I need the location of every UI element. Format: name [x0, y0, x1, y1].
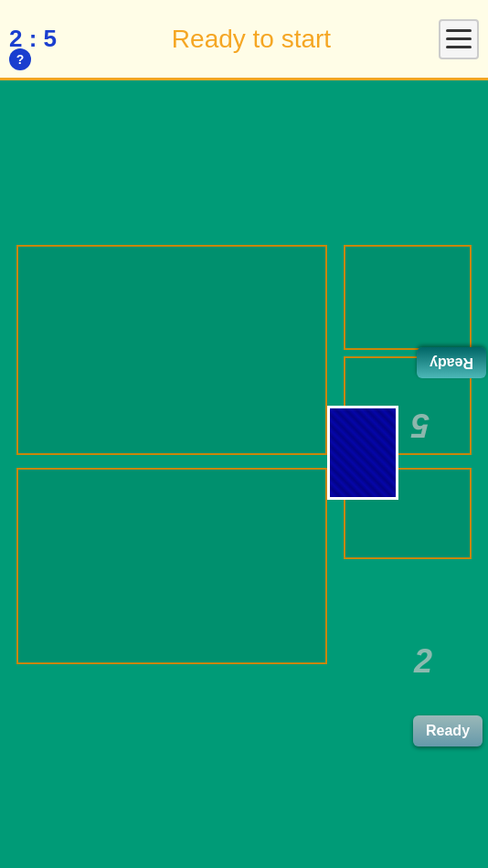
cell-bottom-left: [16, 468, 327, 664]
game-area: 5 2 Ready Ready: [0, 80, 488, 868]
cell-top-left: [16, 245, 327, 455]
cell-top-right-upper: [344, 245, 472, 350]
title-container: Ready to start: [64, 25, 439, 54]
grid-container: [16, 245, 472, 683]
menu-icon-line1: [446, 29, 472, 32]
menu-button[interactable]: [439, 19, 479, 59]
ready-button-top[interactable]: Ready: [417, 347, 486, 378]
number-bottom: 2: [414, 642, 432, 681]
help-button[interactable]: ?: [9, 48, 31, 70]
blue-card: [327, 406, 398, 500]
page-title: Ready to start: [172, 25, 331, 53]
header: 2 : 5 Ready to start ?: [0, 0, 488, 80]
menu-icon-line2: [446, 37, 472, 40]
number-top: 5: [411, 406, 430, 444]
ready-button-bottom[interactable]: Ready: [413, 715, 483, 746]
menu-icon-line3: [446, 46, 472, 48]
